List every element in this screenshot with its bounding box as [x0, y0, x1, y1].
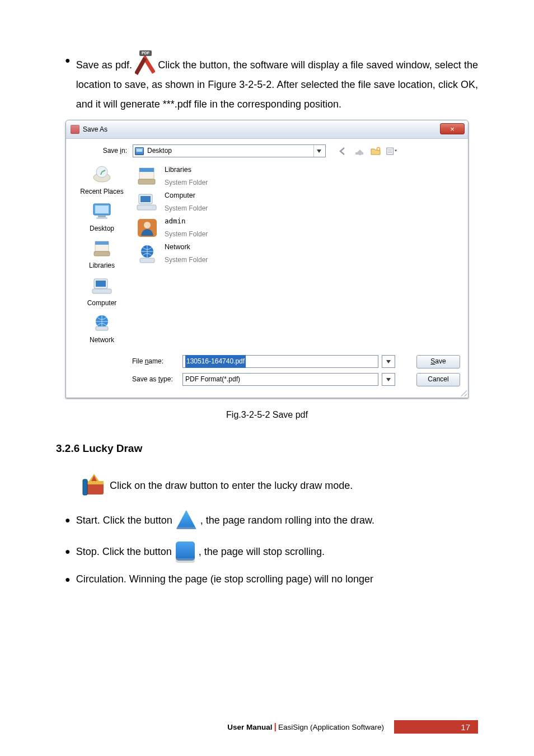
cancel-button[interactable]: Cancel — [416, 373, 460, 386]
save-button[interactable]: Save — [416, 355, 460, 368]
save-as-type-label: Save as type: — [132, 373, 182, 386]
svg-rect-0 — [355, 152, 363, 155]
start-pre: Start. Click the button — [76, 515, 172, 526]
file-name-input[interactable]: 130516-164740.pdf — [182, 355, 378, 368]
stop-post: , the page will stop scrolling. — [199, 546, 325, 557]
svg-rect-13 — [96, 281, 106, 287]
list-item[interactable]: adminSystem Folder — [135, 215, 460, 241]
bullet: ● — [65, 510, 71, 530]
desktop-icon — [135, 147, 144, 155]
svg-rect-16 — [96, 326, 108, 330]
lucky-draw-icon — [81, 472, 107, 498]
place-libraries[interactable]: Libraries — [74, 237, 130, 272]
pdf-icon: PDF — [135, 50, 155, 75]
list-item[interactable]: ComputerSystem Folder — [135, 189, 460, 215]
computer-icon — [135, 191, 159, 213]
chevron-down-icon[interactable] — [313, 145, 324, 157]
bullet: ● — [65, 50, 71, 71]
footer-text: User Manual|EasiSign (Application Softwa… — [227, 722, 384, 732]
file-name-label: File name: — [132, 355, 182, 368]
place-desktop[interactable]: Desktop — [74, 200, 130, 235]
stop-icon — [176, 542, 195, 561]
svg-rect-10 — [95, 241, 109, 245]
svg-rect-19 — [138, 179, 155, 184]
place-computer[interactable]: Computer — [74, 275, 130, 310]
place-network[interactable]: Network — [74, 312, 130, 347]
svg-rect-18 — [139, 168, 154, 172]
list-item[interactable]: LibrariesSystem Folder — [135, 164, 460, 189]
save-in-value: Desktop — [147, 144, 172, 157]
save-as-dialog: Save As × Save in: document.querySelecto… — [65, 120, 469, 398]
bullet: ● — [65, 570, 71, 590]
circulation-text: Circulation. Winning the page (ie stop s… — [76, 573, 373, 585]
play-icon — [176, 510, 196, 529]
svg-rect-14 — [92, 289, 111, 293]
figure-caption: Fig.3-2-5-2 Save pdf — [56, 406, 478, 423]
network-icon — [135, 242, 159, 265]
dialog-title: Save As — [83, 123, 107, 136]
svg-rect-11 — [94, 251, 110, 256]
app-icon — [71, 125, 79, 134]
page-number: 17 — [394, 720, 478, 734]
new-folder-icon[interactable] — [369, 145, 382, 157]
svg-point-24 — [144, 222, 151, 228]
svg-rect-22 — [137, 205, 156, 210]
bullet: ● — [65, 542, 71, 562]
place-recent[interactable]: Recent Places — [74, 164, 130, 198]
lucky-intro: Click on the draw button to enter the lu… — [110, 480, 353, 491]
start-post: , the page random rolling into the draw. — [200, 515, 374, 526]
views-icon[interactable] — [386, 145, 398, 157]
section-heading: 3.2.6 Lucky Draw — [56, 438, 478, 459]
type-dropdown-arrow[interactable] — [382, 373, 395, 386]
save-in-label: Save in: — [74, 144, 127, 157]
up-icon[interactable] — [353, 145, 366, 157]
user-icon — [135, 217, 159, 239]
list-item[interactable]: NetworkSystem Folder — [135, 241, 460, 267]
svg-rect-21 — [140, 196, 151, 202]
svg-rect-7 — [98, 216, 106, 217]
save-in-dropdown[interactable]: Desktop — [133, 144, 326, 157]
back-icon[interactable] — [337, 145, 349, 157]
svg-rect-29 — [83, 479, 87, 495]
filename-history-dropdown[interactable] — [382, 355, 395, 368]
svg-rect-26 — [140, 258, 154, 263]
svg-rect-6 — [95, 206, 109, 213]
stop-pre: Stop. Click the button — [76, 546, 172, 557]
svg-rect-8 — [96, 217, 107, 219]
libraries-icon — [135, 165, 159, 188]
close-button[interactable]: × — [440, 123, 465, 134]
save-as-pdf-pre: Save as pdf. — [76, 59, 132, 71]
save-as-type-select[interactable]: PDF Format(*.pdf) — [182, 373, 378, 386]
